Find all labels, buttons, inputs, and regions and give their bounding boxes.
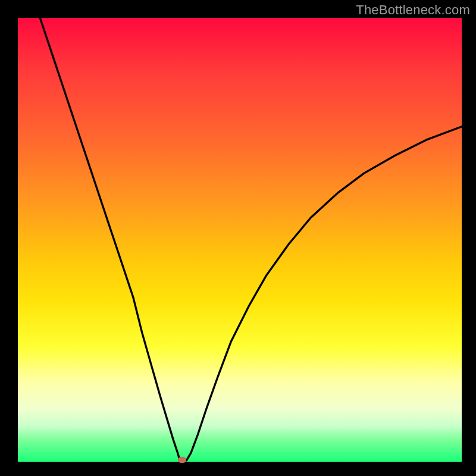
minimum-marker	[178, 457, 186, 463]
watermark-text: TheBottleneck.com	[356, 2, 470, 18]
curve-left-branch	[40, 18, 180, 461]
plot-area	[18, 18, 462, 462]
curve-right-branch	[186, 127, 462, 461]
curve-layer	[18, 18, 462, 462]
chart-frame: TheBottleneck.com	[0, 0, 476, 476]
